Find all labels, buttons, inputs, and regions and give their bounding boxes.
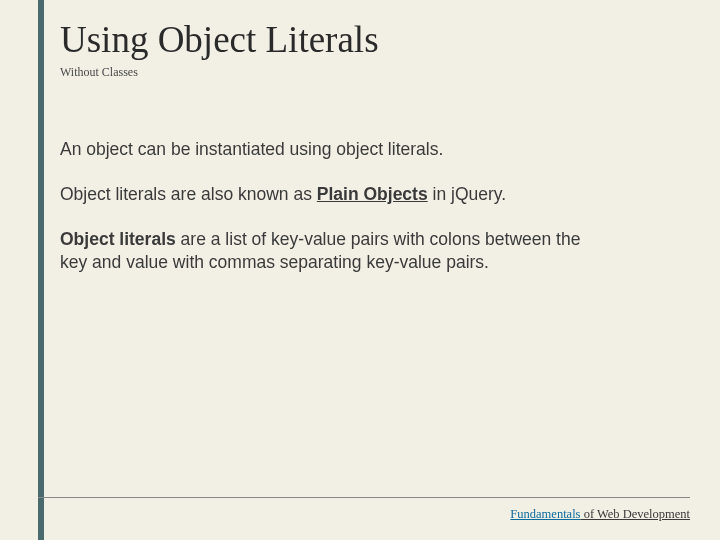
paragraph-1: An object can be instantiated using obje… [60,138,600,161]
slide-content: Using Object Literals Without Classes An… [60,18,680,296]
paragraph-2: Object literals are also known as Plain … [60,183,600,206]
footer-text: Fundamentals of Web Development [510,507,690,522]
para2-bold: Plain Objects [317,184,428,204]
footer-divider [38,497,690,498]
para2-text-a: Object literals are also known as [60,184,317,204]
slide-subtitle: Without Classes [60,65,680,80]
para3-bold: Object literals [60,229,176,249]
paragraph-3: Object literals are a list of key-value … [60,228,600,274]
footer-brand: Fundamentals [510,507,580,521]
footer-rest: of Web Development [581,507,691,521]
accent-bar [38,0,44,540]
slide-title: Using Object Literals [60,18,680,61]
para2-text-b: in jQuery. [428,184,506,204]
